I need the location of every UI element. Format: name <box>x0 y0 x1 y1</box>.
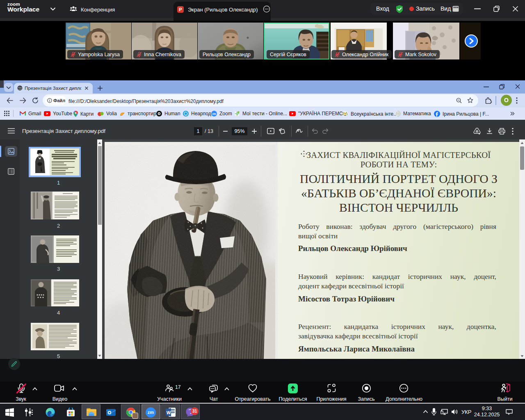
svg-text:W: W <box>167 410 171 415</box>
svg-text:zm: zm <box>212 112 216 115</box>
